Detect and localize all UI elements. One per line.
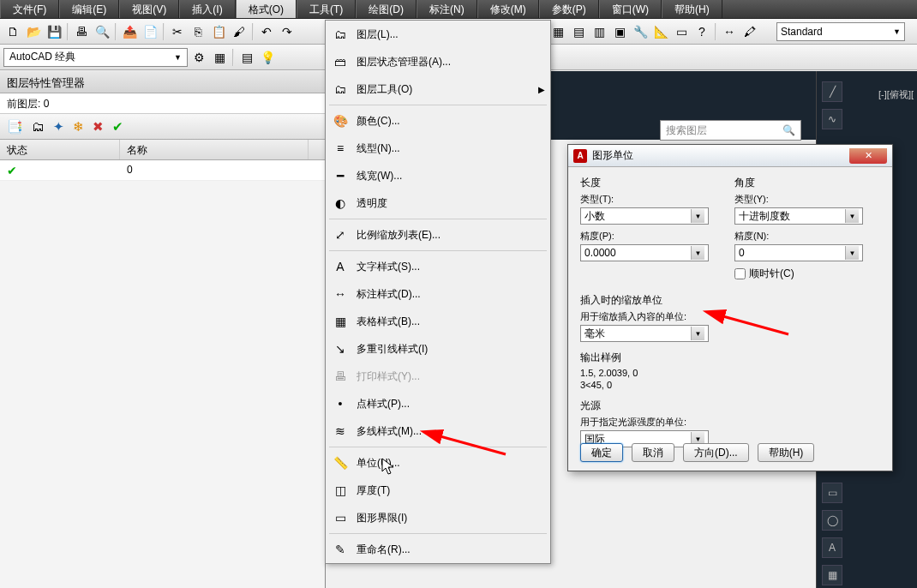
menu-edit[interactable]: 编辑(E) xyxy=(59,0,119,18)
freeze-layer-icon[interactable]: ❄ xyxy=(73,119,84,135)
menu-format[interactable]: 格式(O) xyxy=(236,0,297,18)
tool-f-icon[interactable]: 📐 xyxy=(651,22,670,41)
line-tool-icon[interactable]: ╱ xyxy=(822,81,842,102)
length-type-combo[interactable]: 小数▼ xyxy=(580,207,709,225)
menu-item-layers-tools[interactable]: 🗂图层工具(O)▶ xyxy=(326,75,550,103)
menu-item-dim[interactable]: ↔标注样式(D)... xyxy=(326,280,550,308)
polyline-tool-icon[interactable]: ∿ xyxy=(822,109,842,129)
menu-item-text[interactable]: A文字样式(S)... xyxy=(326,253,550,280)
layer-toggle-icon[interactable]: ▤ xyxy=(237,48,256,67)
redo-icon[interactable]: ↷ xyxy=(278,22,297,41)
menu-item-color[interactable]: 🎨颜色(C)... xyxy=(326,107,550,135)
direction-button[interactable]: 方向(D)... xyxy=(683,443,749,462)
workspace-icon[interactable]: ▦ xyxy=(210,48,229,67)
menu-item-point[interactable]: •点样式(P)... xyxy=(326,390,550,417)
close-button[interactable]: ✕ xyxy=(849,148,887,164)
submenu-arrow-icon: ▶ xyxy=(538,85,545,94)
menu-item-transparency[interactable]: ◐透明度 xyxy=(326,189,550,217)
tool-d-icon[interactable]: ▣ xyxy=(610,22,629,41)
menu-parametric[interactable]: 参数(P) xyxy=(539,0,599,18)
paste-icon[interactable]: 📋 xyxy=(209,22,228,41)
menu-item-limits[interactable]: ▭图形界限(I) xyxy=(326,504,550,531)
plot-icon[interactable]: 📄 xyxy=(141,22,159,41)
grid-tool-icon[interactable]: ▦ xyxy=(822,565,842,585)
clockwise-checkbox[interactable]: 顺时针(C) xyxy=(734,267,872,281)
menu-window[interactable]: 窗口(W) xyxy=(599,0,662,18)
menu-item-table[interactable]: ▦表格样式(B)... xyxy=(326,308,550,335)
menu-modify[interactable]: 修改(M) xyxy=(477,0,539,18)
rect-tool-icon[interactable]: ▭ xyxy=(822,483,842,503)
menu-item-scale[interactable]: ⤢比例缩放列表(E)... xyxy=(326,221,550,249)
menu-separator xyxy=(329,105,547,105)
tool-g-icon[interactable]: ▭ xyxy=(672,22,691,41)
help-button[interactable]: 帮助(H) xyxy=(758,443,815,462)
help-icon[interactable]: ? xyxy=(692,22,711,41)
save-icon[interactable]: 💾 xyxy=(45,22,63,41)
angle-type-combo[interactable]: 十进制度数▼ xyxy=(734,207,863,225)
menu-item-label: 颜色(C)... xyxy=(357,114,400,129)
table-row[interactable]: ✔ 0 xyxy=(0,160,325,181)
menu-item-mleader[interactable]: ↘多重引线样式(I) xyxy=(326,335,550,363)
menu-item-thickness[interactable]: ◫厚度(T) xyxy=(326,477,550,504)
vertical-toolbar-bottom: ▭ ◯ A ▦ xyxy=(822,483,842,585)
copy-icon[interactable]: ⎘ xyxy=(189,22,207,41)
menu-item-print[interactable]: 🖶打印样式(Y)... xyxy=(326,363,550,390)
menu-item-layers[interactable]: 🗂图层(L)... xyxy=(326,21,550,48)
light-group: 光源 用于指定光源强度的单位: 国际▼ xyxy=(568,399,892,447)
menu-draw[interactable]: 绘图(D) xyxy=(356,0,417,18)
viewport-label: [-][俯视][ xyxy=(878,88,914,101)
publish-icon[interactable]: 📤 xyxy=(120,22,139,41)
undo-icon[interactable]: ↶ xyxy=(257,22,276,41)
sample-group: 输出样例 1.5, 2.0039, 0 3<45, 0 xyxy=(568,351,892,390)
delete-layer-icon[interactable]: ✖ xyxy=(93,119,104,135)
cut-icon[interactable]: ✂ xyxy=(168,22,187,41)
match-icon[interactable]: 🖌 xyxy=(230,22,249,41)
menu-dimension[interactable]: 标注(N) xyxy=(417,0,477,18)
insert-units-combo[interactable]: 毫米▼ xyxy=(580,325,709,342)
menu-view[interactable]: 视图(V) xyxy=(119,0,179,18)
menu-item-layers-state[interactable]: 🗃图层状态管理器(A)... xyxy=(326,48,550,75)
open-file-icon[interactable]: 📂 xyxy=(24,22,43,41)
menu-insert[interactable]: 插入(I) xyxy=(179,0,235,18)
menu-item-mline[interactable]: ≋多线样式(M)... xyxy=(326,417,550,445)
menu-tools[interactable]: 工具(T) xyxy=(297,0,356,18)
workspace-combo[interactable]: AutoCAD 经典 ▼ xyxy=(3,48,188,67)
text-tool-icon[interactable]: A xyxy=(822,537,842,558)
new-file-icon[interactable]: 🗋 xyxy=(3,22,22,41)
invert-filter-icon[interactable]: 🗂 xyxy=(32,119,45,134)
new-filter-icon[interactable]: 📑 xyxy=(7,119,23,135)
print-icon[interactable]: 🖶 xyxy=(72,22,91,41)
tool-b-icon[interactable]: ▤ xyxy=(569,22,588,41)
menu-item-rename[interactable]: ✎重命名(R)... xyxy=(326,536,550,563)
text-style-combo[interactable]: Standard ▼ xyxy=(776,22,905,41)
dropdown-arrow-icon: ▼ xyxy=(691,209,704,223)
col-status[interactable]: 状态 xyxy=(0,140,120,159)
tool-e-icon[interactable]: 🔧 xyxy=(631,22,650,41)
angle-precision-combo[interactable]: 0▼ xyxy=(734,244,863,261)
tool-c-icon[interactable]: ▥ xyxy=(590,22,608,41)
circle-tool-icon[interactable]: ◯ xyxy=(822,510,842,531)
new-layer-icon[interactable]: ✦ xyxy=(53,119,64,135)
preview-icon[interactable]: 🔍 xyxy=(93,22,111,41)
set-current-icon[interactable]: ✔ xyxy=(112,119,123,135)
col-name[interactable]: 名称 xyxy=(120,140,309,159)
menu-item-units[interactable]: 📏单位(U)... xyxy=(326,449,550,477)
dialog-titlebar[interactable]: A 图形单位 ✕ xyxy=(568,145,892,167)
menu-help[interactable]: 帮助(H) xyxy=(662,0,722,18)
ok-button[interactable]: 确定 xyxy=(580,443,623,462)
search-layer-input[interactable]: 搜索图层 🔍 xyxy=(660,120,801,141)
rename-icon: ✎ xyxy=(331,540,350,559)
menu-item-lineweight[interactable]: ━线宽(W)... xyxy=(326,162,550,189)
dim-style-icon[interactable]: ↔ xyxy=(720,22,739,41)
panel-toolbar: 📑 🗂 ✦ ❄ ✖ ✔ xyxy=(0,114,325,140)
sample-line2: 3<45, 0 xyxy=(580,380,880,390)
length-precision-combo[interactable]: 0.0000▼ xyxy=(580,244,709,261)
tool-a-icon[interactable]: ▦ xyxy=(548,22,567,41)
gear-icon[interactable]: ⚙ xyxy=(189,48,208,67)
menu-item-linetype[interactable]: ≡线型(N)... xyxy=(326,135,550,162)
brush-icon[interactable]: 🖍 xyxy=(740,22,759,41)
lightbulb-icon[interactable]: 💡 xyxy=(258,48,277,67)
menu-file[interactable]: 文件(F) xyxy=(0,0,59,18)
cancel-button[interactable]: 取消 xyxy=(632,443,674,462)
search-placeholder: 搜索图层 xyxy=(666,123,707,138)
